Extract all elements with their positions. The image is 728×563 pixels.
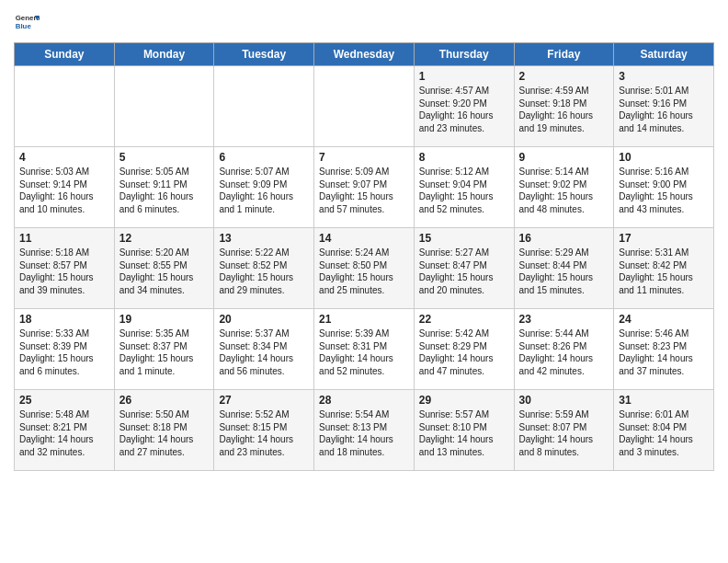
- day-content: Sunrise: 5:52 AM Sunset: 8:15 PM Dayligh…: [219, 408, 309, 458]
- calendar-cell: 11Sunrise: 5:18 AM Sunset: 8:57 PM Dayli…: [15, 228, 115, 309]
- day-number: 24: [619, 313, 709, 326]
- calendar-cell: 28Sunrise: 5:54 AM Sunset: 8:13 PM Dayli…: [314, 390, 415, 471]
- day-header: Saturday: [614, 43, 714, 66]
- day-number: 11: [19, 232, 109, 245]
- day-number: 18: [19, 313, 109, 326]
- calendar-cell: 12Sunrise: 5:20 AM Sunset: 8:55 PM Dayli…: [114, 228, 214, 309]
- day-number: 16: [519, 232, 609, 245]
- calendar-cell: 15Sunrise: 5:27 AM Sunset: 8:47 PM Dayli…: [414, 228, 514, 309]
- calendar-cell: 21Sunrise: 5:39 AM Sunset: 8:31 PM Dayli…: [314, 309, 415, 390]
- logo-icon: General Blue: [14, 9, 40, 35]
- day-number: 7: [319, 151, 409, 164]
- day-content: Sunrise: 5:27 AM Sunset: 8:47 PM Dayligh…: [419, 247, 509, 296]
- day-number: 14: [319, 232, 409, 245]
- calendar-cell: 7Sunrise: 5:09 AM Sunset: 9:07 PM Daylig…: [314, 147, 415, 228]
- day-number: 20: [219, 313, 309, 326]
- calendar-header: SundayMondayTuesdayWednesdayThursdayFrid…: [15, 43, 714, 66]
- day-header: Sunday: [15, 43, 115, 66]
- day-content: Sunrise: 5:54 AM Sunset: 8:13 PM Dayligh…: [319, 408, 409, 458]
- calendar-cell: 31Sunrise: 6:01 AM Sunset: 8:04 PM Dayli…: [614, 390, 714, 471]
- calendar-cell: 22Sunrise: 5:42 AM Sunset: 8:29 PM Dayli…: [414, 309, 514, 390]
- day-number: 29: [419, 394, 509, 407]
- calendar-body: 1Sunrise: 4:57 AM Sunset: 9:20 PM Daylig…: [15, 66, 714, 471]
- day-number: 23: [519, 313, 609, 326]
- calendar-cell: 9Sunrise: 5:14 AM Sunset: 9:02 PM Daylig…: [514, 147, 614, 228]
- svg-text:General: General: [16, 14, 40, 22]
- header: General Blue: [14, 9, 714, 35]
- day-content: Sunrise: 5:07 AM Sunset: 9:09 PM Dayligh…: [219, 166, 309, 215]
- day-content: Sunrise: 5:24 AM Sunset: 8:50 PM Dayligh…: [319, 247, 409, 296]
- calendar-cell: 8Sunrise: 5:12 AM Sunset: 9:04 PM Daylig…: [414, 147, 514, 228]
- day-content: Sunrise: 5:31 AM Sunset: 8:42 PM Dayligh…: [619, 247, 709, 296]
- day-content: Sunrise: 5:42 AM Sunset: 8:29 PM Dayligh…: [419, 327, 509, 377]
- day-content: Sunrise: 5:59 AM Sunset: 8:07 PM Dayligh…: [519, 408, 609, 458]
- day-content: Sunrise: 5:03 AM Sunset: 9:14 PM Dayligh…: [19, 166, 109, 215]
- day-content: Sunrise: 5:22 AM Sunset: 8:52 PM Dayligh…: [219, 247, 309, 296]
- calendar-week: 25Sunrise: 5:48 AM Sunset: 8:21 PM Dayli…: [15, 390, 714, 471]
- day-content: Sunrise: 5:20 AM Sunset: 8:55 PM Dayligh…: [119, 247, 210, 296]
- calendar-week: 1Sunrise: 4:57 AM Sunset: 9:20 PM Daylig…: [15, 66, 714, 147]
- day-number: 15: [419, 232, 509, 245]
- day-number: 2: [519, 70, 609, 83]
- day-content: Sunrise: 5:37 AM Sunset: 8:34 PM Dayligh…: [219, 327, 309, 377]
- calendar-cell: 20Sunrise: 5:37 AM Sunset: 8:34 PM Dayli…: [214, 309, 314, 390]
- days-row: SundayMondayTuesdayWednesdayThursdayFrid…: [15, 43, 714, 66]
- day-content: Sunrise: 5:18 AM Sunset: 8:57 PM Dayligh…: [19, 247, 109, 296]
- day-header: Wednesday: [314, 43, 415, 66]
- day-number: 6: [219, 151, 309, 164]
- day-content: Sunrise: 5:12 AM Sunset: 9:04 PM Dayligh…: [419, 166, 509, 215]
- calendar-week: 18Sunrise: 5:33 AM Sunset: 8:39 PM Dayli…: [15, 309, 714, 390]
- day-content: Sunrise: 5:39 AM Sunset: 8:31 PM Dayligh…: [319, 327, 409, 377]
- calendar-cell: 24Sunrise: 5:46 AM Sunset: 8:23 PM Dayli…: [614, 309, 714, 390]
- day-content: Sunrise: 5:09 AM Sunset: 9:07 PM Dayligh…: [319, 166, 409, 215]
- calendar-cell: [314, 66, 415, 147]
- calendar-cell: 18Sunrise: 5:33 AM Sunset: 8:39 PM Dayli…: [15, 309, 115, 390]
- day-number: 26: [119, 394, 210, 407]
- day-number: 28: [319, 394, 409, 407]
- calendar-week: 11Sunrise: 5:18 AM Sunset: 8:57 PM Dayli…: [15, 228, 714, 309]
- svg-text:Blue: Blue: [16, 22, 32, 30]
- day-header: Tuesday: [214, 43, 314, 66]
- day-header: Friday: [514, 43, 614, 66]
- day-content: Sunrise: 5:16 AM Sunset: 9:00 PM Dayligh…: [619, 166, 709, 215]
- day-number: 10: [619, 151, 709, 164]
- day-content: Sunrise: 5:33 AM Sunset: 8:39 PM Dayligh…: [19, 327, 109, 377]
- day-number: 8: [419, 151, 509, 164]
- calendar-cell: 17Sunrise: 5:31 AM Sunset: 8:42 PM Dayli…: [614, 228, 714, 309]
- calendar-week: 4Sunrise: 5:03 AM Sunset: 9:14 PM Daylig…: [15, 147, 714, 228]
- calendar-cell: 4Sunrise: 5:03 AM Sunset: 9:14 PM Daylig…: [15, 147, 115, 228]
- calendar-cell: 26Sunrise: 5:50 AM Sunset: 8:18 PM Dayli…: [114, 390, 214, 471]
- day-header: Thursday: [414, 43, 514, 66]
- calendar-cell: 3Sunrise: 5:01 AM Sunset: 9:16 PM Daylig…: [614, 66, 714, 147]
- calendar-cell: 6Sunrise: 5:07 AM Sunset: 9:09 PM Daylig…: [214, 147, 314, 228]
- calendar-cell: [214, 66, 314, 147]
- day-number: 22: [419, 313, 509, 326]
- day-number: 4: [19, 151, 109, 164]
- day-number: 27: [219, 394, 309, 407]
- day-content: Sunrise: 4:57 AM Sunset: 9:20 PM Dayligh…: [419, 85, 509, 134]
- calendar-cell: [15, 66, 115, 147]
- day-number: 1: [419, 70, 509, 83]
- calendar-cell: [114, 66, 214, 147]
- day-number: 9: [519, 151, 609, 164]
- day-number: 13: [219, 232, 309, 245]
- day-content: Sunrise: 5:14 AM Sunset: 9:02 PM Dayligh…: [519, 166, 609, 215]
- calendar-cell: 5Sunrise: 5:05 AM Sunset: 9:11 PM Daylig…: [114, 147, 214, 228]
- day-content: Sunrise: 5:44 AM Sunset: 8:26 PM Dayligh…: [519, 327, 609, 377]
- calendar-cell: 1Sunrise: 4:57 AM Sunset: 9:20 PM Daylig…: [414, 66, 514, 147]
- calendar-cell: 29Sunrise: 5:57 AM Sunset: 8:10 PM Dayli…: [414, 390, 514, 471]
- day-content: Sunrise: 5:48 AM Sunset: 8:21 PM Dayligh…: [19, 408, 109, 458]
- calendar-cell: 10Sunrise: 5:16 AM Sunset: 9:00 PM Dayli…: [614, 147, 714, 228]
- calendar-cell: 19Sunrise: 5:35 AM Sunset: 8:37 PM Dayli…: [114, 309, 214, 390]
- day-number: 19: [119, 313, 210, 326]
- calendar-cell: 14Sunrise: 5:24 AM Sunset: 8:50 PM Dayli…: [314, 228, 415, 309]
- calendar-cell: 2Sunrise: 4:59 AM Sunset: 9:18 PM Daylig…: [514, 66, 614, 147]
- day-content: Sunrise: 5:01 AM Sunset: 9:16 PM Dayligh…: [619, 85, 709, 134]
- calendar-cell: 30Sunrise: 5:59 AM Sunset: 8:07 PM Dayli…: [514, 390, 614, 471]
- day-content: Sunrise: 6:01 AM Sunset: 8:04 PM Dayligh…: [619, 408, 709, 458]
- day-header: Monday: [114, 43, 214, 66]
- day-number: 3: [619, 70, 709, 83]
- day-content: Sunrise: 5:35 AM Sunset: 8:37 PM Dayligh…: [119, 327, 210, 377]
- day-number: 25: [19, 394, 109, 407]
- day-content: Sunrise: 5:50 AM Sunset: 8:18 PM Dayligh…: [119, 408, 210, 458]
